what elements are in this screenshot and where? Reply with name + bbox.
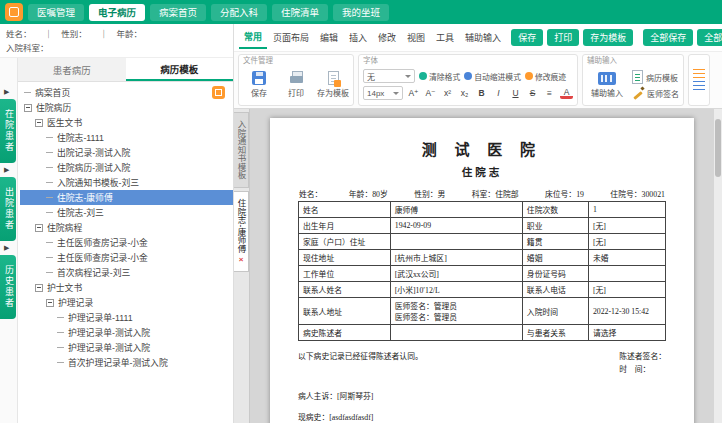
- homepage-template-icon[interactable]: [212, 86, 225, 99]
- ribbon-save-button[interactable]: 保存: [243, 71, 275, 98]
- tree-item[interactable]: 入院通知书模板-刘三: [20, 175, 233, 190]
- cell-value[interactable]: [无]: [588, 218, 665, 234]
- tree-collapse-icon[interactable]: [35, 224, 43, 232]
- tree-node-doctor-docs[interactable]: 医生文书: [20, 115, 233, 130]
- revision-marks-toggle[interactable]: 修改痕迹: [525, 71, 566, 82]
- tree-item[interactable]: 主任医师查房记录-小金: [20, 250, 233, 265]
- save-button[interactable]: 保存: [511, 29, 543, 46]
- font-family-select[interactable]: 无: [363, 69, 415, 83]
- tree-item[interactable]: 首次护理记录单-测试入院: [20, 355, 233, 370]
- font-color-button[interactable]: A: [560, 87, 573, 99]
- tree-item[interactable]: 护理记录单-1111: [20, 310, 233, 325]
- cell-value[interactable]: [杭州市上城区]: [390, 250, 522, 266]
- tree-node-nurse-docs[interactable]: 护士文书: [20, 280, 233, 295]
- tree-item[interactable]: 主任医师查房记录-小金: [20, 235, 233, 250]
- cell-value[interactable]: [588, 266, 665, 282]
- doctor-signature-button[interactable]: 医师签名: [632, 87, 679, 99]
- ribbon-tab-view[interactable]: 视图: [402, 27, 430, 48]
- ribbon-tab-common[interactable]: 常用: [239, 26, 267, 49]
- ribbon-save-template-button[interactable]: 存为模板: [317, 71, 349, 98]
- bold-button[interactable]: B: [475, 86, 488, 100]
- tab-patient-records[interactable]: 患者病历: [18, 58, 126, 81]
- italic-button[interactable]: I: [492, 86, 505, 100]
- tree-collapse-icon[interactable]: [35, 119, 43, 127]
- save-all-button[interactable]: 全部保存: [643, 29, 693, 46]
- cell-value[interactable]: [武汉xx公司]: [390, 266, 522, 282]
- time-label[interactable]: 时 间：: [619, 363, 666, 376]
- cell-value[interactable]: 2022-12-30 15:42: [588, 298, 665, 325]
- vertical-scrollbar[interactable]: [714, 109, 722, 423]
- nav-tab-orders[interactable]: 医嘱管理: [28, 4, 84, 21]
- tree-item[interactable]: 住院志-刘三: [20, 205, 233, 220]
- cell-value[interactable]: [390, 234, 522, 250]
- ribbon-tab-tools[interactable]: 工具: [431, 27, 459, 48]
- side-tab-inpatients[interactable]: 在院患者: [0, 99, 16, 163]
- tree-item[interactable]: 住院病历-测试入院: [20, 160, 233, 175]
- ribbon-tab-page-layout[interactable]: 页面布局: [268, 27, 314, 48]
- cell-value[interactable]: 未婚: [588, 250, 665, 266]
- cell-value[interactable]: [无]: [588, 234, 665, 250]
- tree-collapse-icon[interactable]: [35, 284, 43, 292]
- ribbon-tab-assist-input[interactable]: 辅助输入: [460, 27, 506, 48]
- outline-list-icon[interactable]: [693, 69, 705, 78]
- catalog-list-icon[interactable]: [693, 81, 705, 90]
- nav-tab-inpatient-list[interactable]: 住院清单: [272, 4, 328, 21]
- cell-value[interactable]: [小米]10′12/L: [390, 282, 522, 298]
- save-as-template-button[interactable]: 存为模板: [583, 29, 633, 46]
- chief-complaint-line[interactable]: 病人主诉：[阿斯琴芬]: [298, 390, 666, 401]
- cell-value[interactable]: 康师傅: [390, 202, 522, 218]
- close-all-button[interactable]: 全部关闭: [697, 29, 722, 46]
- ribbon-print-button[interactable]: 打印: [280, 71, 312, 98]
- strikethrough-button[interactable]: S: [526, 86, 539, 100]
- scrollbar-thumb[interactable]: [715, 119, 721, 177]
- superscript-button[interactable]: x²: [441, 86, 454, 100]
- nav-tab-medical-record-home[interactable]: 病案首页: [150, 4, 206, 21]
- side-tab-discharged[interactable]: 出院患者: [0, 177, 16, 241]
- subscript-button[interactable]: x₂: [458, 86, 471, 100]
- doc-tab-admission-notice[interactable]: 入院通知书模板: [234, 112, 249, 188]
- ribbon-tab-edit[interactable]: 编辑: [315, 27, 343, 48]
- signer-label[interactable]: 陈述者签名：: [619, 350, 666, 363]
- cell-value[interactable]: 医师签名：管理员 医师签名：管理员: [390, 298, 522, 325]
- tree-item[interactable]: 首次病程记录-刘三: [20, 265, 233, 280]
- auto-indent-toggle[interactable]: 自动缩进模式: [464, 71, 521, 82]
- tree-node-inpatient-record[interactable]: 住院病历: [20, 100, 233, 115]
- ribbon-tab-insert[interactable]: 插入: [344, 27, 372, 48]
- cell-value[interactable]: 1942-09-09: [390, 218, 522, 234]
- cell-value[interactable]: [无]: [588, 282, 665, 298]
- clear-format-toggle[interactable]: 清除格式: [419, 71, 460, 82]
- tree-item[interactable]: 出院记录-测试入院: [20, 145, 233, 160]
- medical-record-page[interactable]: 测 试 医 院 住院志 姓名： 年龄：80岁 性别：男 科室：住院部 床位号：1…: [270, 118, 694, 423]
- font-bigger-button[interactable]: A⁺: [407, 86, 420, 100]
- tree-item[interactable]: 住院志-1111: [20, 130, 233, 145]
- tab-record-templates[interactable]: 病历模板: [126, 58, 234, 81]
- font-smaller-button[interactable]: A⁻: [424, 86, 437, 100]
- page-container[interactable]: 测 试 医 院 住院志 姓名： 年龄：80岁 性别：男 科室：住院部 床位号：1…: [250, 109, 714, 423]
- ribbon-tab-modify[interactable]: 修改: [373, 27, 401, 48]
- print-button[interactable]: 打印: [547, 29, 579, 46]
- font-size-select[interactable]: 14px: [363, 86, 403, 100]
- tree-node-nursing-records[interactable]: 护理记录: [20, 295, 233, 310]
- present-illness-value[interactable]: [asdfasdfasdf]: [329, 413, 373, 422]
- assist-input-button[interactable]: 辅助输入: [587, 72, 627, 98]
- close-tab-icon[interactable]: ×: [239, 255, 244, 264]
- tree-item-homepage[interactable]: 病案首页: [20, 85, 233, 100]
- cell-value[interactable]: 1: [588, 202, 665, 218]
- tree-collapse-icon[interactable]: [46, 299, 54, 307]
- chief-complaint-value[interactable]: [阿斯琴芬]: [337, 392, 373, 401]
- cell-value[interactable]: 请选择: [588, 325, 665, 341]
- tree-item-selected[interactable]: 住院志-康师傅: [20, 190, 233, 205]
- side-tab-history[interactable]: 历史患者: [0, 255, 16, 319]
- nav-tab-my-duty[interactable]: 我的坐班: [333, 4, 389, 21]
- tree-collapse-icon[interactable]: [24, 104, 32, 112]
- tree-item[interactable]: 护理记录单-测试入院: [20, 340, 233, 355]
- nav-tab-assign-dept[interactable]: 分配入科: [211, 4, 267, 21]
- cell-value[interactable]: [390, 325, 522, 341]
- doc-tab-inpatient-record[interactable]: 住院志-康师傅×: [234, 191, 249, 273]
- align-button[interactable]: ≡: [543, 86, 556, 100]
- tree-node-progress-notes[interactable]: 住院病程: [20, 220, 233, 235]
- underline-button[interactable]: U: [509, 86, 522, 100]
- record-template-button[interactable]: 病历模板: [632, 70, 679, 84]
- nav-tab-emr[interactable]: 电子病历: [89, 4, 145, 21]
- present-illness-line[interactable]: 现病史：[asdfasdfasdf]: [298, 411, 666, 422]
